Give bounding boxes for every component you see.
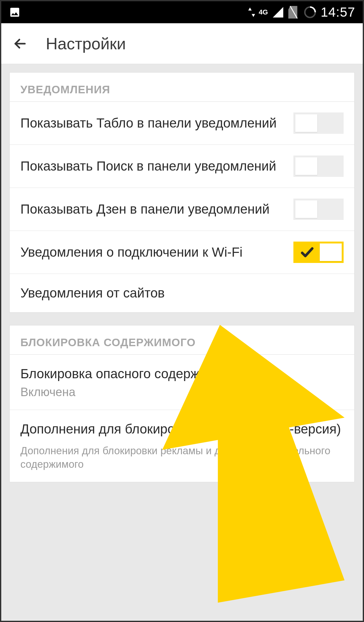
toggle-wifi[interactable] [293, 242, 344, 263]
page-title: Настройки [46, 34, 126, 53]
setting-desc: Дополнения для блокировки рекламы и друг… [20, 444, 344, 471]
setting-label: Показывать Поиск в панели уведомлений [20, 158, 293, 175]
section-header-blocking: БЛОКИРОВКА СОДЕРЖИМОГО [10, 325, 354, 355]
setting-label: Уведомления о подключении к Wi-Fi [20, 244, 293, 261]
check-icon [300, 245, 315, 261]
setting-row-zen[interactable]: Показывать Дзен в панели уведомлений [10, 188, 354, 231]
content-blocking-section: БЛОКИРОВКА СОДЕРЖИМОГО Блокировка опасно… [9, 325, 355, 482]
image-icon [9, 6, 21, 18]
setting-label: Уведомления от сайтов [20, 285, 344, 302]
setting-row-search[interactable]: Показывать Поиск в панели уведомлений [10, 145, 354, 188]
setting-row-ad-blocking[interactable]: Дополнения для блокировки рекламы (Бета-… [10, 410, 354, 482]
setting-label: Блокировка опасного содержимого [20, 365, 235, 382]
notifications-section: УВЕДОМЛЕНИЯ Показывать Табло в панели ув… [9, 72, 355, 313]
setting-row-wifi[interactable]: Уведомления о подключении к Wi-Fi [10, 231, 354, 274]
toggle-tablo[interactable] [293, 112, 344, 134]
setting-sub: Включена [20, 385, 235, 399]
status-bar: 4G 14:57 [1, 1, 363, 23]
loading-icon [303, 5, 317, 19]
signal-icon [272, 6, 284, 19]
setting-row-site-notifications[interactable]: Уведомления от сайтов [10, 274, 354, 312]
setting-label: Дополнения для блокировки рекламы (Бета-… [20, 421, 344, 438]
clock-time: 14:57 [321, 5, 355, 20]
setting-row-tablo[interactable]: Показывать Табло в панели уведомлений [10, 102, 354, 145]
toggle-search[interactable] [293, 156, 344, 177]
toggle-zen[interactable] [293, 199, 344, 220]
setting-row-block-dangerous[interactable]: Блокировка опасного содержимого Включена [10, 355, 354, 410]
network-type: 4G [259, 10, 268, 14]
app-bar: Настройки [1, 23, 363, 64]
updown-icon [248, 8, 255, 17]
setting-label: Показывать Табло в панели уведомлений [20, 115, 293, 132]
sim-icon [288, 6, 299, 19]
back-arrow-icon[interactable] [12, 35, 28, 52]
section-header-notifications: УВЕДОМЛЕНИЯ [10, 73, 354, 102]
setting-label: Показывать Дзен в панели уведомлений [20, 201, 293, 218]
